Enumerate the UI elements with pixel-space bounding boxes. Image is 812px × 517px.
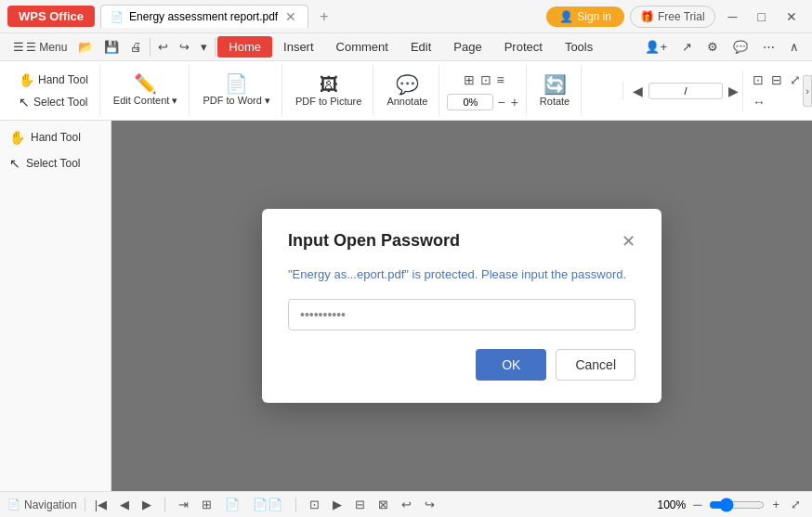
menu-label: ☰ Menu [26,41,67,54]
fit-width-button[interactable]: ↔ [751,93,767,111]
zoom-value-label: 100% [657,498,686,511]
dialog-overlay: Input Open Password ✕ "Energy as...eport… [111,121,812,491]
fit-page-button[interactable]: ⊡ [751,71,766,89]
prev-page-button[interactable]: ◀ [631,82,645,100]
open-file-button[interactable]: 📂 [72,36,98,58]
split-view-button[interactable]: ⊟ [769,71,784,89]
zoom-in-button[interactable]: + [509,93,520,111]
view-mode-2-button[interactable]: ⊡ [478,71,493,89]
redo-button[interactable]: ↪ [174,36,195,58]
tab-insert[interactable]: Insert [272,36,325,58]
sign-in-label: Sign in [577,10,611,23]
ribbon-group-pdf-word: 📄 PDF to Word ▾ [191,65,282,116]
annotate-button[interactable]: 💬 Annotate [381,71,433,110]
status-icon-3[interactable]: 📄 [221,496,243,513]
navigation-icon: 📄 [7,498,20,511]
status-icon-6[interactable]: ▶ [329,496,346,513]
undo-button[interactable]: ↩ [152,36,174,58]
rotate-button[interactable]: 🔄 Rotate [534,71,575,110]
title-bar-right: 👤 Sign in 🎁 Free Trial ─ □ ✕ [546,6,805,28]
pdf-tab-icon: 📄 [111,11,124,23]
settings-button[interactable]: ⚙ [701,36,724,58]
status-icon-10[interactable]: ↪ [421,496,439,513]
dialog-message: "Energy as...eport.pdf" is protected. Pl… [288,265,635,284]
minimize-button[interactable]: ─ [721,6,745,28]
left-tools-panel: ✋ Hand Tool ↖ Select Tool [0,121,111,491]
close-tab-button[interactable]: ✕ [283,9,298,24]
document-tab[interactable]: 📄 Energy assessment report.pdf ✕ [100,5,308,28]
zoom-in-status-button[interactable]: + [768,496,783,513]
next-page-status-button[interactable]: ▶ [138,496,155,513]
gear-icon: ⚙ [707,40,718,54]
edit-dropdown-icon: ▾ [172,95,177,106]
close-window-button[interactable]: ✕ [779,6,805,28]
zoom-out-button[interactable]: − [495,93,506,111]
edit-icon: ✏️ [134,74,157,93]
collapse-sidebar-button[interactable]: › [803,75,812,107]
ribbon: ✋ Hand Tool ↖ Select Tool ✏️ Edit Conten… [0,61,812,121]
status-icon-4[interactable]: 📄📄 [249,496,286,513]
print-icon: 🖨 [130,40,142,54]
status-icon-1[interactable]: ⇥ [175,496,192,513]
zoom-area: 100% ─ + ⤢ [657,496,805,513]
chevron-up-icon: ∧ [790,40,799,54]
chat-button[interactable]: 💬 [727,36,753,58]
tab-home[interactable]: Home [217,36,272,58]
select-tool-button[interactable]: ↖ Select Tool [13,92,94,112]
status-icon-2[interactable]: ⊞ [198,496,216,513]
fit-screen-button[interactable]: ⤢ [787,496,805,513]
tab-comment[interactable]: Comment [325,36,399,58]
redo-dropdown-button[interactable]: ▾ [195,36,213,58]
chat-icon: 💬 [733,40,748,54]
menu-button[interactable]: ☰ ☰ Menu [7,36,72,58]
hand-tool-button[interactable]: ✋ Hand Tool [13,70,94,90]
print-button[interactable]: 🖨 [124,36,148,58]
password-field[interactable] [288,299,635,330]
maximize-button[interactable]: □ [751,6,773,28]
edit-content-button[interactable]: ✏️ Edit Content ▾ [108,71,184,110]
tab-tools[interactable]: Tools [554,36,604,58]
zoom-out-status-button[interactable]: ─ [689,496,705,513]
view-mode-1-button[interactable]: ⊞ [462,71,477,89]
pdf-to-word-button[interactable]: 📄 PDF to Word ▾ [197,71,275,110]
zoom-input[interactable] [447,94,493,110]
next-page-button[interactable]: ▶ [727,82,740,100]
ribbon-group-rotate: 🔄 Rotate [529,65,582,116]
status-icon-5[interactable]: ⊡ [306,496,323,513]
add-tab-button[interactable]: + [314,6,334,27]
cancel-button[interactable]: Cancel [556,349,635,381]
export-button[interactable]: ↗ [676,36,698,58]
save-button[interactable]: 💾 [98,36,124,58]
sign-in-button[interactable]: 👤 Sign in [546,6,624,27]
more-button[interactable]: ⋯ [757,36,780,58]
collapse-ribbon-button[interactable]: ∧ [784,36,805,58]
hand-tool-item[interactable]: ✋ Hand Tool [0,124,111,150]
tab-protect[interactable]: Protect [493,36,554,58]
divider-1 [150,38,151,57]
zoom-slider[interactable] [709,498,765,512]
rotate-icon: 🔄 [544,75,567,94]
status-icon-8[interactable]: ⊠ [374,496,392,513]
page-navigation: ◀ ▶ [622,82,740,100]
dialog-close-button[interactable]: ✕ [622,233,635,250]
dialog-message-part2: is protected. Please input the password. [409,267,626,281]
wps-office-button[interactable]: WPS Office [7,6,95,27]
page-input[interactable] [648,83,723,99]
view-mode-3-button[interactable]: ≡ [495,71,506,89]
tab-page[interactable]: Page [442,36,492,58]
annotate-icon: 💬 [396,75,419,94]
share-button[interactable]: 👤+ [639,36,673,58]
save-icon: 💾 [104,40,119,54]
navigation-panel: 📄 Navigation [7,498,85,511]
status-icon-9[interactable]: ↩ [398,496,415,513]
tab-edit[interactable]: Edit [399,36,442,58]
hand-icon: ✋ [19,72,34,87]
pdf-to-picture-button[interactable]: 🖼 PDF to Picture [290,71,368,110]
free-trial-button[interactable]: 🎁 Free Trial [630,6,715,28]
first-page-button[interactable]: |◀ [91,496,111,513]
ok-button[interactable]: OK [476,349,546,381]
prev-page-status-button[interactable]: ◀ [116,496,133,513]
status-icon-7[interactable]: ⊟ [351,496,369,513]
full-screen-button[interactable]: ⤢ [788,71,803,89]
select-tool-item[interactable]: ↖ Select Tool [0,150,111,176]
